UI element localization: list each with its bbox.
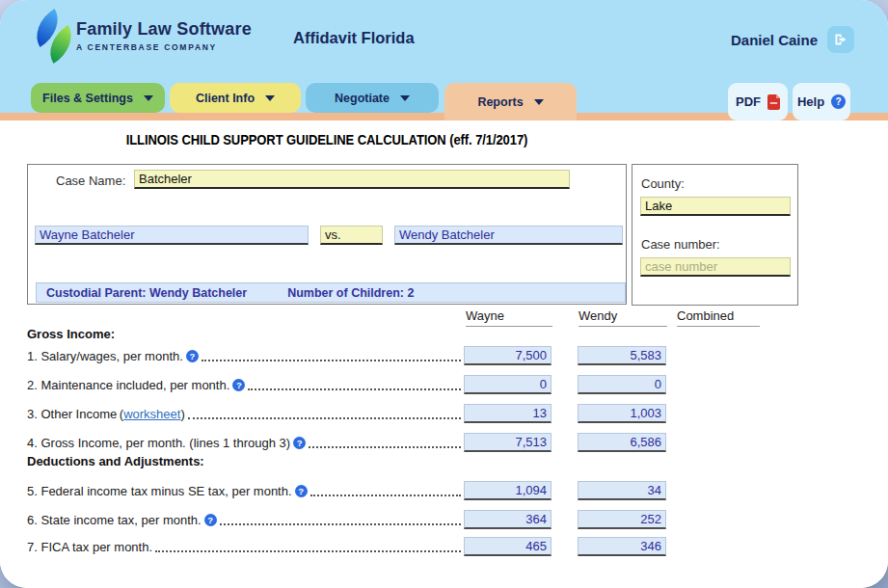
- tab-client-info[interactable]: Client Info: [170, 83, 301, 113]
- row-label: 4. Gross Income, per month. (lines 1 thr…: [27, 436, 290, 450]
- row-label: 5. Federal income tax minus SE tax, per …: [27, 484, 292, 498]
- section-deductions: Deductions and Adjustments:: [27, 454, 204, 468]
- user-area: Daniel Caine: [731, 26, 854, 53]
- case-name-label: Case Name:: [56, 174, 125, 188]
- tab-negotiate[interactable]: Negotiate: [306, 83, 439, 113]
- dot-leader: [188, 417, 461, 419]
- wendy-value-input[interactable]: [578, 346, 666, 365]
- chevron-down-icon: [400, 95, 410, 101]
- row-salary-wages: 1. Salary/wages, per month. ?: [27, 346, 673, 366]
- row-label-suffix: ): [180, 407, 184, 421]
- case-name-input[interactable]: [134, 170, 570, 189]
- row-other-income: 3. Other Income ( worksheet ): [27, 404, 673, 424]
- row-maintenance-included: 2. Maintenance included, per month. ?: [27, 375, 673, 395]
- petitioner-name-input[interactable]: [35, 226, 309, 245]
- row-fica-tax: 7. FICA tax per month.: [27, 537, 673, 557]
- respondent-name-input[interactable]: [394, 226, 623, 245]
- county-input[interactable]: [640, 197, 791, 216]
- tab-label: Negotiate: [335, 92, 390, 105]
- row-label: 7. FICA tax per month.: [27, 540, 152, 554]
- chevron-down-icon: [144, 95, 153, 101]
- worksheet-link[interactable]: worksheet: [123, 407, 180, 421]
- row-label: 2. Maintenance included, per month.: [27, 378, 229, 392]
- pdf-button[interactable]: PDF: [728, 83, 788, 120]
- dot-leader: [155, 550, 461, 552]
- help-question-icon[interactable]: ?: [295, 485, 308, 497]
- row-label: 6. State income tax, per month.: [27, 513, 202, 527]
- wendy-value-input[interactable]: [578, 510, 666, 529]
- wayne-value-input[interactable]: [464, 404, 552, 423]
- help-button-label: Help: [797, 94, 824, 109]
- row-state-income-tax: 6. State income tax, per month. ?: [27, 510, 673, 530]
- wayne-value-input[interactable]: [464, 510, 552, 529]
- column-header-wayne: Wayne: [466, 308, 552, 327]
- wendy-value-input[interactable]: [578, 433, 666, 452]
- dot-leader: [248, 388, 461, 390]
- user-name: Daniel Caine: [731, 32, 818, 48]
- brand-logo-icon: [33, 12, 77, 62]
- row-gross-income-total: 4. Gross Income, per month. (lines 1 thr…: [27, 433, 673, 453]
- logout-button[interactable]: [827, 26, 854, 53]
- brand-text: Family Law Software A CENTERBASE COMPANY: [76, 19, 252, 52]
- section-gross-income: Gross Income:: [27, 327, 115, 341]
- help-question-icon[interactable]: ?: [204, 514, 217, 526]
- tab-bar: Files & Settings Client Info Negotiate R…: [0, 83, 888, 120]
- row-label-prefix: 3. Other Income (: [27, 407, 123, 421]
- custodial-parent-bar: Custodial Parent: Wendy Batcheler Number…: [36, 282, 626, 303]
- county-label: County:: [641, 176, 685, 191]
- wendy-value-input[interactable]: [578, 481, 666, 500]
- report-title: ILLINOIS CHILD SUPPORT GUIDELINE CALCULA…: [48, 132, 605, 147]
- wendy-value-input[interactable]: [578, 404, 666, 423]
- dot-leader: [310, 494, 461, 496]
- column-header-wendy: Wendy: [579, 308, 667, 327]
- row-label: 1. Salary/wages, per month.: [27, 349, 183, 363]
- chevron-down-icon: [265, 95, 275, 101]
- column-header-combined: Combined: [677, 308, 760, 327]
- row-federal-income-tax: 5. Federal income tax minus SE tax, per …: [27, 481, 673, 501]
- wayne-value-input[interactable]: [464, 375, 552, 394]
- help-question-icon[interactable]: ?: [186, 350, 199, 362]
- custodial-parent-text: Custodial Parent: Wendy Batcheler: [46, 286, 247, 300]
- brand-subtitle: A CENTERBASE COMPANY: [76, 42, 252, 52]
- county-box: County: Case number:: [632, 164, 798, 306]
- tab-files-and-settings[interactable]: Files & Settings: [31, 83, 165, 113]
- pdf-file-icon: [767, 94, 780, 110]
- brand-title: Family Law Software: [76, 19, 252, 40]
- help-button[interactable]: Help ?: [793, 83, 850, 120]
- wendy-value-input[interactable]: [578, 537, 666, 556]
- wayne-value-input[interactable]: [464, 346, 552, 365]
- page-title: Affidavit Florida: [293, 29, 415, 47]
- dot-leader: [309, 446, 461, 448]
- dot-leader: [220, 523, 461, 525]
- chevron-down-icon: [534, 99, 544, 105]
- vs-input[interactable]: [320, 226, 383, 245]
- dot-leader: [202, 360, 461, 361]
- pdf-button-label: PDF: [736, 94, 761, 109]
- tab-reports[interactable]: Reports: [444, 83, 577, 120]
- help-question-icon[interactable]: ?: [293, 437, 306, 449]
- wayne-value-input[interactable]: [464, 481, 552, 500]
- tab-label: Client Info: [196, 92, 255, 105]
- tab-label: Reports: [477, 95, 523, 109]
- report-body: ILLINOIS CHILD SUPPORT GUIDELINE CALCULA…: [0, 120, 888, 588]
- wayne-value-input[interactable]: [464, 433, 552, 452]
- wendy-value-input[interactable]: [578, 375, 666, 394]
- case-info-box: Case Name: Custodial Parent: Wendy Batch…: [27, 164, 627, 305]
- wayne-value-input[interactable]: [464, 537, 552, 556]
- number-of-children-text: Number of Children: 2: [287, 286, 414, 300]
- logout-icon: [833, 32, 848, 47]
- app-window: Family Law Software A CENTERBASE COMPANY…: [0, 0, 888, 588]
- tab-label: Files & Settings: [42, 92, 133, 105]
- help-question-icon[interactable]: ?: [232, 379, 245, 391]
- case-number-input[interactable]: [640, 257, 791, 277]
- app-header: Family Law Software A CENTERBASE COMPANY…: [0, 0, 888, 83]
- help-question-icon: ?: [831, 94, 846, 109]
- case-number-label: Case number:: [641, 237, 720, 252]
